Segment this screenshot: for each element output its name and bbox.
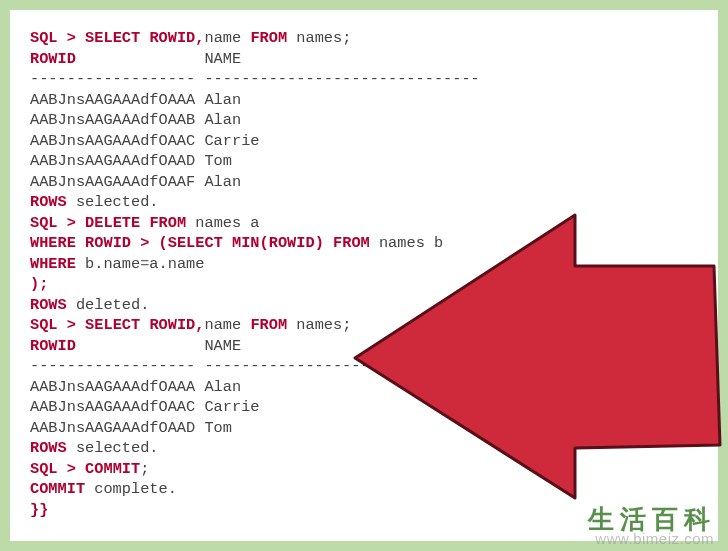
code-token: SQL (30, 29, 58, 47)
code-token: ROWID (149, 316, 195, 334)
code-token (76, 460, 85, 478)
code-token: ROWS (30, 193, 67, 211)
code-token: ) (315, 234, 324, 252)
code-token: > (140, 234, 149, 252)
code-token: ROWID (149, 29, 195, 47)
code-token: ROWID (269, 234, 315, 252)
code-token: > (67, 316, 76, 334)
code-token: FROM (333, 234, 370, 252)
code-token: AABJnsAAGAAAdfOAAD Tom (30, 152, 232, 170)
code-token: SELECT (85, 316, 140, 334)
code-token (140, 214, 149, 232)
code-token: FROM (250, 29, 287, 47)
code-token: names; (287, 29, 351, 47)
code-token: ( (159, 234, 168, 252)
code-token: AABJnsAAGAAAdfOAAC Carrie (30, 132, 260, 150)
code-token: SQL (30, 214, 58, 232)
code-token: SELECT (85, 29, 140, 47)
code-token: > (67, 29, 76, 47)
code-token: FROM (149, 214, 186, 232)
code-token: name (204, 316, 250, 334)
code-token: a.name (149, 255, 204, 273)
code-panel: SQL > SELECT ROWID,name FROM names; ROWI… (10, 10, 718, 541)
code-token: MIN (232, 234, 260, 252)
code-token: DELETE (85, 214, 140, 232)
code-token: deleted. (67, 296, 150, 314)
code-token: ; (140, 460, 149, 478)
code-token: complete. (85, 480, 177, 498)
code-token: AABJnsAAGAAAdfOAAC Carrie (30, 398, 260, 416)
code-token (140, 316, 149, 334)
code-token: SELECT (168, 234, 223, 252)
code-token (76, 214, 85, 232)
code-token: > (67, 214, 76, 232)
code-token: ------------------ ---------------------… (30, 357, 406, 375)
code-token: COMMIT (85, 460, 140, 478)
code-token: AABJnsAAGAAAdfOAAD Tom (30, 419, 232, 437)
code-token: ( (260, 234, 269, 252)
code-token: SQL (30, 316, 58, 334)
code-token (58, 29, 67, 47)
code-token: names a (186, 214, 259, 232)
code-token: selected. (67, 439, 159, 457)
watermark-logo: 生活百科 (588, 509, 716, 530)
code-token: WHERE (30, 255, 76, 273)
code-token (76, 29, 85, 47)
code-token: WHERE (30, 234, 76, 252)
code-token: name (204, 29, 250, 47)
code-token: names; (287, 316, 351, 334)
code-token: > (67, 460, 76, 478)
code-token: ); (30, 275, 48, 293)
code-token (58, 214, 67, 232)
code-token: ROWS (30, 439, 67, 457)
code-token (324, 234, 333, 252)
code-token: ROWID (85, 234, 131, 252)
code-token: }} (30, 501, 48, 519)
watermark-url: www.bimeiz.com (595, 529, 714, 550)
code-token: ROWID (30, 50, 76, 68)
code-token (58, 316, 67, 334)
code-token: AABJnsAAGAAAdfOAAA Alan (30, 91, 241, 109)
code-token: names b (370, 234, 443, 252)
code-token: SQL (30, 460, 58, 478)
code-token: AABJnsAAGAAAdfOAAF Alan (30, 173, 241, 191)
code-token: = (140, 255, 149, 273)
code-token: NAME (76, 50, 241, 68)
code-token: COMMIT (30, 480, 85, 498)
code-token: b.name (76, 255, 140, 273)
code-token (58, 460, 67, 478)
code-token (149, 234, 158, 252)
code-token (131, 234, 140, 252)
code-token: FROM (250, 316, 287, 334)
code-token: ------------------ ---------------------… (30, 70, 480, 88)
code-token: AABJnsAAGAAAdfOAAB Alan (30, 111, 241, 129)
code-token (76, 316, 85, 334)
code-token: ROWS (30, 296, 67, 314)
code-token: ROWID (30, 337, 76, 355)
code-token (140, 29, 149, 47)
code-token (223, 234, 232, 252)
code-token: selected. (67, 193, 159, 211)
code-token: NAME (76, 337, 241, 355)
page-frame: SQL > SELECT ROWID,name FROM names; ROWI… (0, 0, 728, 551)
code-token (76, 234, 85, 252)
code-token: AABJnsAAGAAAdfOAAA Alan (30, 378, 241, 396)
sql-terminal-output: SQL > SELECT ROWID,name FROM names; ROWI… (30, 28, 698, 520)
